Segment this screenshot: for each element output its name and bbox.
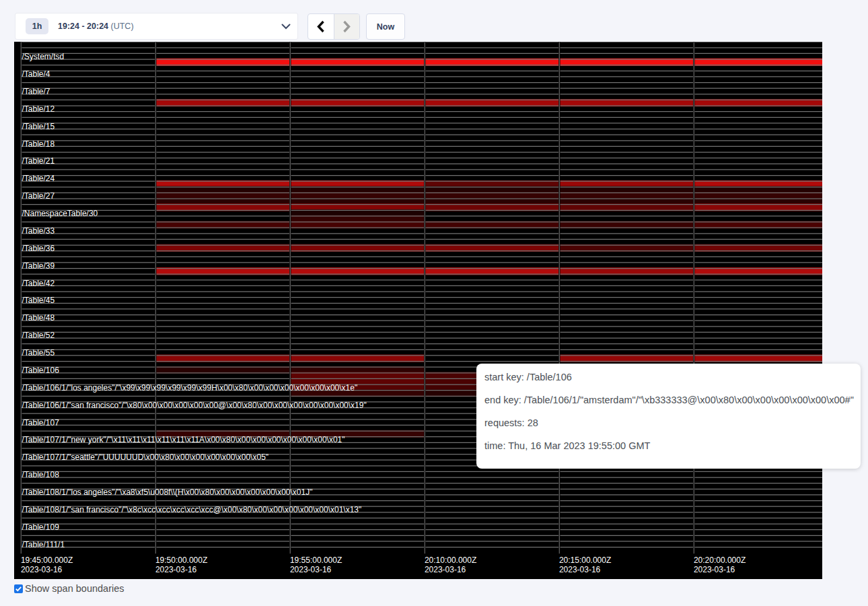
svg-text:/Table/24: /Table/24 xyxy=(22,174,55,183)
svg-text:20:15:00.000Z: 20:15:00.000Z xyxy=(559,556,611,565)
svg-text:/System/tsd: /System/tsd xyxy=(22,52,65,61)
svg-text:/Table/106/1/"los angeles"/"\x: /Table/106/1/"los angeles"/"\x99\x99\x99… xyxy=(22,383,358,393)
svg-text:/Table/21: /Table/21 xyxy=(22,156,55,166)
svg-text:/Table/27: /Table/27 xyxy=(22,191,55,201)
svg-text:/NamespaceTable/30: /NamespaceTable/30 xyxy=(22,209,98,218)
svg-text:/Table/12: /Table/12 xyxy=(22,104,55,114)
svg-text:19:50:00.000Z: 19:50:00.000Z xyxy=(155,556,207,565)
svg-text:/Table/36: /Table/36 xyxy=(22,244,55,253)
svg-text:/Table/42: /Table/42 xyxy=(22,279,55,288)
svg-text:/Table/107: /Table/107 xyxy=(22,418,60,428)
svg-text:20:20:00.000Z: 20:20:00.000Z xyxy=(694,556,746,565)
svg-text:/Table/15: /Table/15 xyxy=(22,122,55,131)
svg-text:/Table/18: /Table/18 xyxy=(22,139,55,149)
svg-text:20:10:00.000Z: 20:10:00.000Z xyxy=(425,556,476,565)
svg-text:2023-03-16: 2023-03-16 xyxy=(155,565,197,574)
svg-text:/Table/55: /Table/55 xyxy=(22,348,55,358)
svg-text:2023-03-16: 2023-03-16 xyxy=(21,565,63,574)
svg-text:/Table/4: /Table/4 xyxy=(22,69,50,79)
svg-text:/Table/111/1: /Table/111/1 xyxy=(22,540,65,549)
svg-text:2023-03-16: 2023-03-16 xyxy=(694,565,735,574)
svg-text:/Table/107/1/"seattle"/"UUUUUU: /Table/107/1/"seattle"/"UUUUUUD\x00\x80\… xyxy=(22,452,269,462)
svg-text:/Table/106/1/"san francisco"/": /Table/106/1/"san francisco"/"\x80\x00\x… xyxy=(22,401,367,410)
svg-text:19:55:00.000Z: 19:55:00.000Z xyxy=(290,556,342,565)
svg-text:/Table/108/1/"san francisco"/": /Table/108/1/"san francisco"/"\x8c\xcc\x… xyxy=(22,505,362,514)
svg-text:/Table/7: /Table/7 xyxy=(22,87,50,96)
svg-text:/Table/52: /Table/52 xyxy=(22,331,55,340)
svg-text:2023-03-16: 2023-03-16 xyxy=(290,565,332,574)
svg-text:/Table/39: /Table/39 xyxy=(22,261,55,271)
svg-text:/Table/107/1/"new york"/"\x11\: /Table/107/1/"new york"/"\x11\x11\x11\x1… xyxy=(22,435,345,444)
svg-text:/Table/106: /Table/106 xyxy=(22,366,60,375)
svg-text:/Table/48: /Table/48 xyxy=(22,313,55,323)
svg-text:/Table/33: /Table/33 xyxy=(22,226,55,236)
svg-text:/Table/109: /Table/109 xyxy=(22,523,60,532)
svg-text:/Table/108: /Table/108 xyxy=(22,470,60,479)
svg-text:2023-03-16: 2023-03-16 xyxy=(425,565,466,574)
svg-text:19:45:00.000Z: 19:45:00.000Z xyxy=(21,556,73,565)
svg-text:/Table/108/1/"los angeles"/"\x: /Table/108/1/"los angeles"/"\xa8\xf5\u00… xyxy=(22,487,313,497)
svg-text:/Table/45: /Table/45 xyxy=(22,296,55,305)
svg-text:2023-03-16: 2023-03-16 xyxy=(559,565,601,574)
